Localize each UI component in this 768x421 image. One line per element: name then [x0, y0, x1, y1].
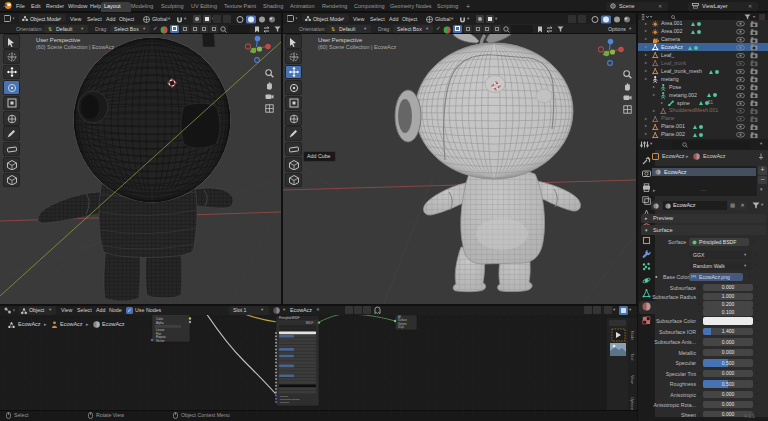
svg-text:Principled BSDF: Principled BSDF [279, 316, 300, 320]
svg-text:Displ.: Displ. [398, 325, 405, 329]
svg-text:Surface: Surface [398, 318, 407, 322]
svg-text:Node: Node [630, 331, 635, 341]
svg-text:Tool: Tool [630, 353, 635, 360]
svg-text:Volume: Volume [398, 322, 407, 326]
svg-text:View: View [630, 375, 635, 384]
svg-text:All: All [398, 315, 401, 319]
svg-text:Options: Options [630, 397, 635, 410]
svg-text:Vector: Vector [156, 339, 165, 343]
svg-text:BSDF: BSDF [306, 321, 314, 325]
svg-text:Alpha: Alpha [156, 321, 164, 325]
svg-text:Tangent: Tangent [280, 401, 289, 404]
